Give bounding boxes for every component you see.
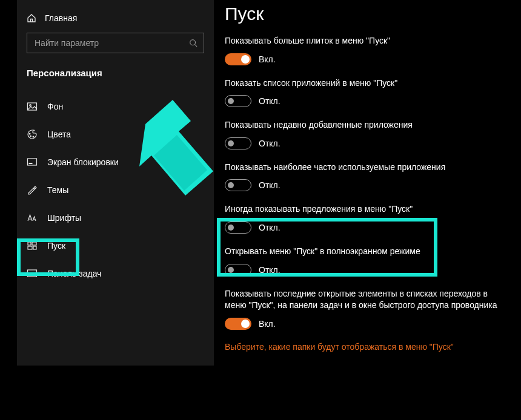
setting-caption: Показывать недавно добавленные приложени… — [225, 119, 503, 131]
home-label: Главная — [45, 13, 77, 23]
setting-caption: Показывать последние открытые элементы в… — [225, 288, 503, 312]
fonts-icon — [27, 212, 38, 223]
sidebar-item-label: Экран блокировки — [47, 157, 119, 167]
toggle-suggestions[interactable] — [225, 221, 251, 234]
svg-rect-10 — [32, 242, 36, 245]
sidebar-item-label: Шрифты — [47, 213, 81, 223]
toggle-state-label: Вкл. — [259, 54, 276, 64]
sidebar-item-label: Панель задач — [47, 269, 101, 278]
svg-line-1 — [195, 45, 197, 47]
sidebar-item-label: Цвета — [47, 130, 71, 139]
setting-fullscreen-start: Открывать меню "Пуск" в полноэкранном ре… — [225, 246, 503, 276]
themes-icon — [27, 185, 38, 195]
setting-suggestions: Иногда показывать предложения в меню "Пу… — [225, 203, 503, 234]
toggle-app-list[interactable] — [225, 95, 251, 107]
main-content: Пуск Показывать больше плиток в меню "Пу… — [214, 0, 521, 420]
svg-rect-11 — [28, 246, 32, 249]
sidebar-item-background[interactable]: Фон — [17, 93, 214, 120]
sidebar-item-label: Фон — [47, 102, 63, 111]
toggle-recent-jumplist[interactable] — [225, 318, 251, 330]
toggle-state-label: Откл. — [259, 96, 280, 106]
toggle-fullscreen-start[interactable] — [225, 264, 251, 276]
toggle-more-tiles[interactable] — [225, 53, 251, 65]
sidebar-item-taskbar[interactable]: Панель задач — [17, 260, 214, 287]
svg-point-0 — [190, 40, 196, 45]
svg-rect-8 — [29, 163, 33, 164]
setting-app-list: Показать список приложений в меню "Пуск"… — [225, 77, 503, 108]
taskbar-icon — [27, 268, 38, 279]
svg-rect-12 — [33, 246, 36, 249]
setting-recent-jumplist: Показывать последние открытые элементы в… — [225, 288, 503, 330]
palette-icon — [27, 129, 38, 140]
toggle-state-label: Откл. — [259, 180, 280, 190]
nav-list: Фон Цвета — [17, 93, 214, 287]
picture-icon — [27, 101, 38, 112]
sidebar-item-label: Пуск — [47, 241, 65, 251]
svg-rect-7 — [28, 159, 37, 165]
toggle-state-label: Откл. — [259, 223, 280, 232]
lockscreen-icon — [27, 157, 38, 168]
sidebar-item-lockscreen[interactable]: Экран блокировки — [17, 148, 214, 176]
toggle-most-used[interactable] — [225, 179, 251, 191]
setting-caption: Показывать наиболее часто используемые п… — [225, 162, 503, 174]
sidebar-item-colors[interactable]: Цвета — [17, 120, 214, 148]
setting-caption: Показать список приложений в меню "Пуск" — [225, 77, 503, 90]
toggle-state-label: Откл. — [259, 139, 280, 148]
home-row[interactable]: Главная — [17, 10, 214, 27]
sidebar-item-start[interactable]: Пуск — [17, 232, 214, 260]
page-title: Пуск — [225, 4, 503, 24]
setting-most-used: Показывать наиболее часто используемые п… — [225, 162, 503, 192]
toggle-recently-added[interactable] — [225, 137, 251, 149]
search-wrap — [17, 27, 214, 59]
search-box[interactable] — [27, 33, 204, 53]
svg-rect-2 — [28, 103, 37, 110]
toggle-state-label: Откл. — [259, 265, 280, 275]
sidebar-item-fonts[interactable]: Шрифты — [17, 204, 214, 232]
svg-point-3 — [30, 105, 32, 107]
setting-caption: Показывать больше плиток в меню "Пуск" — [225, 35, 503, 47]
svg-point-4 — [29, 133, 30, 134]
search-input[interactable] — [33, 38, 189, 48]
svg-point-5 — [30, 136, 32, 137]
setting-caption: Иногда показывать предложения в меню "Пу… — [225, 203, 503, 215]
svg-rect-13 — [28, 270, 37, 277]
search-icon — [189, 39, 197, 47]
sidebar-item-themes[interactable]: Темы — [17, 176, 214, 204]
setting-caption: Открывать меню "Пуск" в полноэкранном ре… — [225, 246, 503, 258]
setting-recently-added: Показывать недавно добавленные приложени… — [225, 119, 503, 149]
start-tiles-icon — [27, 240, 38, 251]
settings-window: Главная Персонализация — [0, 0, 521, 420]
section-title: Персонализация — [17, 59, 214, 84]
sidebar-item-label: Темы — [47, 185, 68, 195]
home-icon — [27, 13, 36, 23]
toggle-state-label: Вкл. — [259, 319, 276, 329]
sidebar: Главная Персонализация — [17, 0, 214, 366]
svg-point-6 — [33, 136, 34, 137]
svg-rect-9 — [28, 242, 31, 245]
setting-more-tiles: Показывать больше плиток в меню "Пуск" В… — [225, 35, 503, 65]
folders-link[interactable]: Выберите, какие папки будут отображаться… — [225, 342, 503, 352]
